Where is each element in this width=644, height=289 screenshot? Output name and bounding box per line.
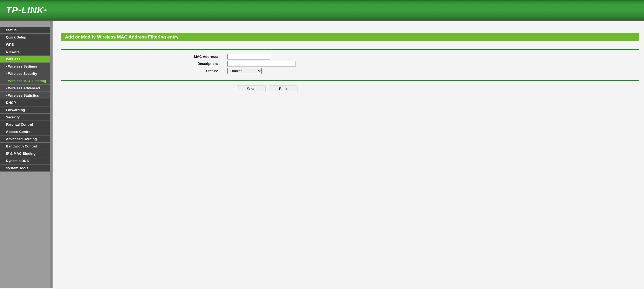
sidebar-item-1[interactable]: Quick Setup <box>0 34 50 41</box>
back-button[interactable]: Back <box>269 86 297 92</box>
sidebar-item-14[interactable]: Access Control <box>0 128 50 135</box>
status-input-wrap: EnabledDisabled <box>227 68 262 74</box>
sidebar-subitem-8[interactable]: - Wireless Advanced <box>0 84 50 92</box>
description-input[interactable] <box>227 61 296 66</box>
sidebar-item-19[interactable]: System Tools <box>0 164 50 172</box>
sidebar-item-0[interactable]: Status <box>0 27 50 34</box>
sidebar: StatusQuick SetupWPSNetworkWireless- Wir… <box>0 21 52 288</box>
sidebar-item-12[interactable]: Security <box>0 114 50 121</box>
sidebar-item-17[interactable]: IP & MAC Binding <box>0 150 50 157</box>
sidebar-item-10[interactable]: DHCP <box>0 99 50 106</box>
sidebar-subitem-6[interactable]: - Wireless Security <box>0 70 50 77</box>
field-row-status: Status: EnabledDisabled <box>61 68 639 74</box>
brand-text: TP-LINK <box>6 5 44 15</box>
save-button[interactable]: Save <box>237 86 265 92</box>
brand-logo: TP-LINK® <box>6 5 47 15</box>
divider-bottom <box>61 80 639 81</box>
sidebar-item-2[interactable]: WPS <box>0 41 50 48</box>
mac-label: MAC Address: <box>61 55 227 59</box>
header: TP-LINK® <box>0 0 644 21</box>
form-area: MAC Address: Description: Status: Enable… <box>61 49 639 92</box>
status-label: Status: <box>61 69 227 73</box>
mac-input-wrap <box>227 54 270 59</box>
status-select[interactable]: EnabledDisabled <box>227 68 262 74</box>
registered-mark: ® <box>44 9 47 12</box>
field-row-mac: MAC Address: <box>61 54 639 59</box>
sidebar-item-18[interactable]: Dynamic DNS <box>0 157 50 164</box>
sidebar-subitem-7[interactable]: - Wireless MAC Filtering <box>0 77 50 84</box>
main-layout: StatusQuick SetupWPSNetworkWireless- Wir… <box>0 21 644 288</box>
sidebar-subitem-9[interactable]: - Wireless Statistics <box>0 92 50 99</box>
sidebar-subitem-5[interactable]: - Wireless Settings <box>0 63 50 70</box>
description-input-wrap <box>227 61 296 66</box>
sidebar-item-16[interactable]: Bandwidth Control <box>0 143 50 150</box>
content-area: Add or Modify Wireless MAC Address Filte… <box>53 21 644 288</box>
sidebar-item-3[interactable]: Network <box>0 48 50 55</box>
page-title: Add or Modify Wireless MAC Address Filte… <box>61 33 639 41</box>
description-label: Description: <box>61 62 227 66</box>
mac-address-input[interactable] <box>227 54 270 59</box>
fields: MAC Address: Description: Status: Enable… <box>61 50 639 80</box>
field-row-description: Description: <box>61 61 639 66</box>
button-row: Save Back <box>61 86 639 92</box>
sidebar-item-4[interactable]: Wireless <box>0 55 50 63</box>
sidebar-item-15[interactable]: Advanced Routing <box>0 135 50 143</box>
sidebar-item-13[interactable]: Parental Control <box>0 121 50 128</box>
sidebar-item-11[interactable]: Forwarding <box>0 106 50 114</box>
